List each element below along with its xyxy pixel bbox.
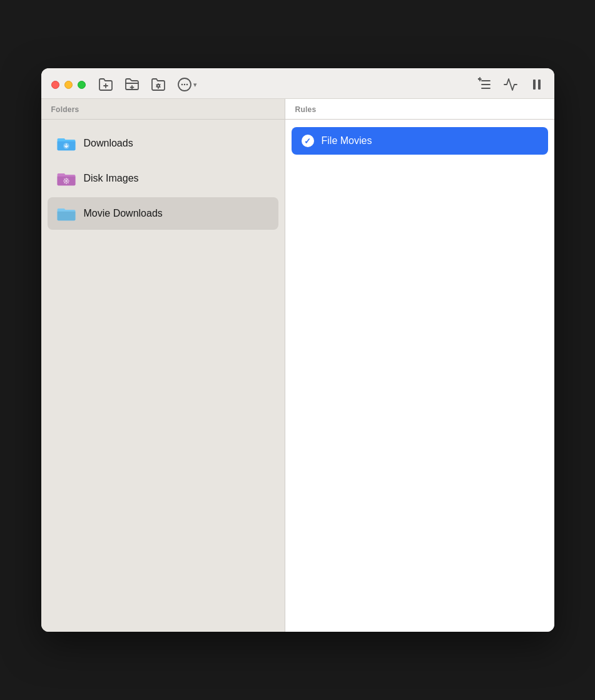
add-rule-button[interactable]	[477, 77, 492, 92]
close-button[interactable]	[51, 81, 59, 89]
activity-button[interactable]	[503, 77, 518, 92]
toolbar: ▾	[98, 77, 544, 92]
content-area: Folders Downloads	[41, 99, 554, 632]
add-folder-button[interactable]	[98, 77, 113, 92]
rule-file-movies-label: File Movies	[322, 135, 372, 147]
folders-list: Downloads Disk Images	[41, 120, 285, 237]
rules-list: ✓ File Movies	[285, 120, 554, 162]
toolbar-left: ▾	[98, 77, 197, 92]
folders-panel-header: Folders	[41, 99, 285, 120]
folder-movie-downloads-label: Movie Downloads	[84, 208, 163, 219]
app-window: ▾	[41, 68, 554, 632]
rules-panel-header: Rules	[285, 99, 554, 120]
folder-downloads-label: Downloads	[84, 138, 133, 149]
add-subfolder-button[interactable]	[125, 77, 140, 92]
chevron-down-icon: ▾	[193, 81, 197, 88]
pause-button[interactable]	[529, 77, 544, 92]
rule-check-icon: ✓	[302, 135, 314, 147]
rule-item-file-movies[interactable]: ✓ File Movies	[292, 127, 548, 155]
rules-panel: Rules ✓ File Movies	[285, 99, 554, 632]
folder-item-disk-images[interactable]: Disk Images	[48, 162, 278, 195]
folder-settings-button[interactable]	[151, 77, 166, 92]
minimize-button[interactable]	[64, 81, 73, 89]
folder-disk-images-label: Disk Images	[84, 173, 139, 184]
svg-point-19	[65, 180, 67, 182]
maximize-button[interactable]	[78, 81, 86, 89]
svg-rect-16	[538, 80, 541, 90]
traffic-lights	[51, 81, 86, 89]
folder-item-downloads[interactable]: Downloads	[48, 127, 278, 160]
disk-images-folder-icon	[56, 168, 76, 188]
folder-item-movie-downloads[interactable]: Movie Downloads	[48, 197, 278, 230]
downloads-folder-icon	[56, 133, 76, 153]
svg-rect-15	[533, 80, 536, 90]
toolbar-right	[477, 77, 544, 92]
checkmark-icon: ✓	[304, 137, 311, 145]
titlebar: ▾	[41, 68, 554, 99]
movie-folder-icon	[56, 203, 76, 224]
more-options-button[interactable]: ▾	[177, 77, 197, 92]
folders-panel: Folders Downloads	[41, 99, 285, 632]
